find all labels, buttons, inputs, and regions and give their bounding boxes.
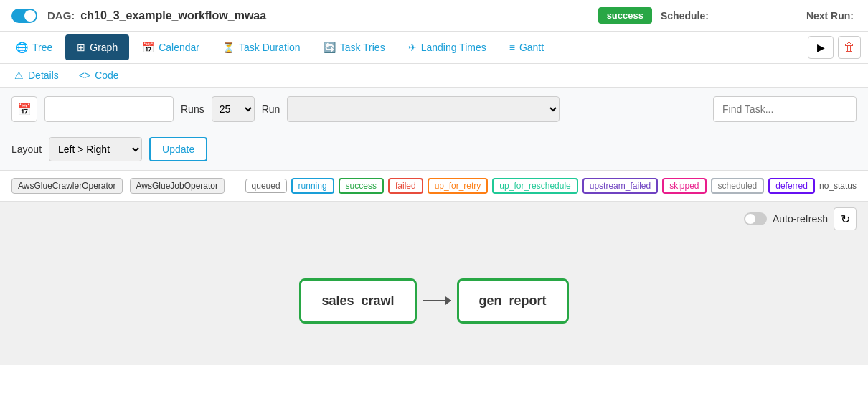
find-task-input[interactable] — [713, 96, 857, 122]
status-badge: success — [598, 7, 652, 24]
header-right: success Schedule: Next Run: — [598, 7, 857, 24]
status-up-for-reschedule: up_for_reschedule — [492, 178, 577, 194]
runs-select[interactable]: 25 10 50 — [212, 96, 255, 122]
tab-task-duration[interactable]: ⏳ Task Duration — [211, 34, 312, 60]
update-button[interactable]: Update — [149, 137, 207, 161]
tab-task-tries-label: Task Tries — [340, 42, 385, 53]
tab-calendar-label: Calendar — [159, 42, 199, 53]
tree-icon: 🌐 — [16, 42, 28, 53]
tab-gantt[interactable]: ≡ Gantt — [498, 34, 555, 60]
legend-bar: AwsGlueCrawlerOperator AwsGlueJobOperato… — [0, 171, 868, 202]
status-running: running — [291, 178, 334, 194]
runs-label: Runs — [181, 103, 204, 115]
gantt-icon: ≡ — [509, 42, 515, 53]
tab-graph[interactable]: ⊞ Graph — [65, 34, 129, 60]
run-select[interactable] — [287, 96, 560, 122]
status-skipped: skipped — [662, 178, 706, 194]
header: DAG: ch10_3_example_workflow_mwaa succes… — [0, 0, 868, 32]
status-deferred: deferred — [768, 178, 815, 194]
graph-nodes: sales_crawl gen_report — [299, 278, 568, 324]
date-input[interactable] — [44, 96, 174, 122]
dag-toggle[interactable] — [11, 9, 37, 23]
autorefresh-label: Auto-refresh — [773, 213, 828, 225]
tab-task-tries[interactable]: 🔄 Task Tries — [312, 34, 397, 60]
dag-name: ch10_3_example_workflow_mwaa — [80, 9, 266, 22]
task-node-sales-crawl[interactable]: sales_crawl — [299, 278, 416, 324]
details-icon: ⚠ — [14, 70, 24, 81]
tab-landing-times[interactable]: ✈ Landing Times — [397, 34, 498, 60]
status-queued: queued — [245, 179, 287, 193]
status-success: success — [339, 178, 384, 194]
schedule-block: Schedule: — [661, 10, 798, 22]
task-duration-icon: ⏳ — [222, 42, 235, 53]
tab-gantt-label: Gantt — [519, 42, 544, 53]
schedule-label: Schedule: — [661, 10, 709, 22]
status-scheduled: scheduled — [711, 178, 765, 194]
play-button[interactable]: ▶ — [808, 36, 834, 59]
tab-tree-label: Tree — [32, 42, 52, 53]
operator-badge-0: AwsGlueCrawlerOperator — [11, 178, 123, 194]
calendar-icon: 📅 — [142, 42, 154, 53]
status-no-status: no_status — [819, 181, 857, 191]
toggle-switch[interactable] — [11, 9, 37, 23]
tab-calendar[interactable]: 📅 Calendar — [131, 34, 211, 60]
controls-bar: 📅 Runs 25 10 50 Run — [0, 88, 868, 131]
tab-task-duration-label: Task Duration — [239, 42, 301, 53]
tab-tree[interactable]: 🌐 Tree — [4, 34, 64, 60]
tab-details-label: Details — [28, 70, 59, 81]
nextrun-label: Next Run: — [806, 10, 854, 22]
refresh-button[interactable]: ↻ — [834, 207, 857, 230]
nextrun-block: Next Run: — [806, 10, 857, 22]
tab-details[interactable]: ⚠ Details — [4, 65, 69, 85]
nav-tabs-row2: ⚠ Details <> Code — [0, 64, 868, 88]
dag-label: DAG: — [47, 9, 75, 22]
task-arrow — [423, 300, 451, 301]
layout-select[interactable]: Left > Right Top > Bottom — [49, 137, 142, 161]
tab-landing-times-label: Landing Times — [421, 42, 486, 53]
arrow-line — [423, 300, 451, 301]
calendar-button[interactable]: 📅 — [11, 96, 37, 122]
header-action-buttons: ▶ 🗑 — [805, 33, 864, 62]
layout-label: Layout — [11, 144, 42, 155]
operator-badge-1: AwsGlueJobOperator — [130, 178, 225, 194]
landing-times-icon: ✈ — [408, 42, 417, 53]
nav-tabs-row1: 🌐 Tree ⊞ Graph 📅 Calendar ⏳ Task Duratio… — [0, 32, 868, 64]
graph-icon: ⊞ — [77, 42, 85, 53]
status-failed: failed — [388, 178, 423, 194]
graph-canvas: sales_crawl gen_report — [0, 236, 868, 365]
tab-code-label: Code — [95, 70, 118, 81]
status-upstream-failed: upstream_failed — [582, 178, 658, 194]
tab-graph-label: Graph — [90, 42, 118, 53]
task-tries-icon: 🔄 — [324, 42, 336, 53]
tab-code[interactable]: <> Code — [69, 65, 129, 85]
run-label: Run — [262, 103, 280, 115]
task-node-gen-report[interactable]: gen_report — [457, 278, 569, 324]
trash-button[interactable]: 🗑 — [838, 36, 861, 59]
layout-bar: Layout Left > Right Top > Bottom Update — [0, 131, 868, 171]
code-icon: <> — [79, 70, 90, 81]
status-up-for-retry: up_for_retry — [428, 178, 489, 194]
autorefresh-bar: Auto-refresh ↻ — [0, 202, 868, 236]
autorefresh-toggle[interactable] — [744, 212, 767, 225]
